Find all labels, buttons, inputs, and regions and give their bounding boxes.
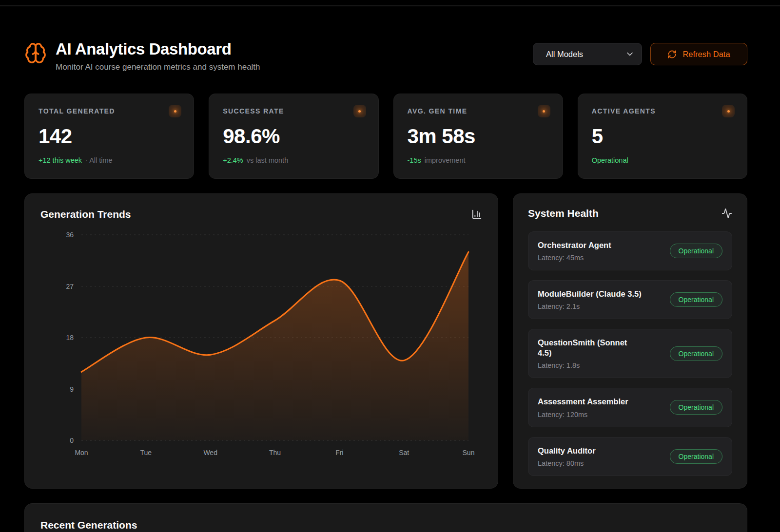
stat-note: vs last month <box>247 156 288 164</box>
stat-card-active-agents: ACTIVE AGENTS 5 Operational <box>578 94 747 179</box>
stat-value: 98.6% <box>223 125 364 148</box>
status-badge: Operational <box>670 292 722 307</box>
stat-delta: -15s <box>408 156 421 164</box>
stat-card-success-rate: SUCCESS RATE 98.6% +2.4%vs last month <box>209 94 378 179</box>
page-title: AI Analytics Dashboard <box>56 40 260 58</box>
stat-card-total-generated: TOTAL GENERATED 142 +12 this week· All t… <box>24 94 194 179</box>
orange-glow-dot-icon <box>538 105 550 117</box>
stat-note: improvement <box>425 156 466 164</box>
stat-card-avg-gen-time: AVG. GEN TIME 3m 58s -15simprovement <box>393 94 563 179</box>
svg-text:Thu: Thu <box>269 449 281 456</box>
generation-trends-chart: 09182736MonTueWedThuFriSatSun <box>40 226 482 467</box>
stat-label: AVG. GEN TIME <box>408 107 549 115</box>
svg-text:Tue: Tue <box>140 449 152 456</box>
svg-text:9: 9 <box>70 385 74 393</box>
svg-text:Mon: Mon <box>75 449 88 456</box>
svg-text:0: 0 <box>70 437 74 444</box>
agent-row-modulebuilder: ModuleBuilder (Claude 3.5) Latency: 2.1s… <box>528 280 732 319</box>
stat-delta: Operational <box>592 156 628 164</box>
agent-row-orchestrator: Orchestrator Agent Latency: 45ms Operati… <box>528 231 732 270</box>
agent-name: ModuleBuilder (Claude 3.5) <box>538 289 642 299</box>
page-header: AI Analytics Dashboard Monitor AI course… <box>24 40 747 72</box>
agent-latency: Latency: 1.8s <box>538 361 635 369</box>
svg-text:Fri: Fri <box>335 449 343 456</box>
brain-icon <box>24 42 47 64</box>
stat-label: ACTIVE AGENTS <box>592 107 733 115</box>
bar-chart-icon <box>471 209 482 220</box>
svg-text:36: 36 <box>66 231 74 239</box>
agent-latency: Latency: 45ms <box>538 254 611 262</box>
orange-glow-dot-icon <box>353 105 366 117</box>
generation-trends-title: Generation Trends <box>40 209 131 220</box>
stat-value: 5 <box>592 125 733 148</box>
recent-generations-card: Recent Generations <box>24 503 747 532</box>
status-badge: Operational <box>670 244 722 258</box>
stat-label: TOTAL GENERATED <box>39 107 180 115</box>
svg-text:Sat: Sat <box>399 449 409 456</box>
svg-text:Sun: Sun <box>463 449 475 456</box>
status-badge: Operational <box>670 449 722 464</box>
refresh-data-button[interactable]: Refresh Data <box>650 43 747 65</box>
stat-card-row: TOTAL GENERATED 142 +12 this week· All t… <box>24 94 747 179</box>
agent-latency: Latency: 120ms <box>538 411 628 418</box>
status-badge: Operational <box>670 400 722 415</box>
dashboard-root: AI Analytics Dashboard Monitor AI course… <box>24 0 747 532</box>
main-row: Generation Trends 09182736MonTueWedThuFr… <box>24 193 747 489</box>
refresh-icon <box>667 50 677 59</box>
agent-row-quality-auditor: Quality Auditor Latency: 80ms Operationa… <box>528 437 732 476</box>
svg-text:18: 18 <box>66 334 74 342</box>
activity-pulse-icon <box>722 208 732 219</box>
orange-glow-dot-icon <box>722 105 735 117</box>
svg-text:27: 27 <box>66 283 74 290</box>
agent-name: Quality Auditor <box>538 446 596 456</box>
system-health-card: System Health Orchestrator Agent Latency… <box>513 193 747 489</box>
agent-latency: Latency: 80ms <box>538 459 596 467</box>
generation-trends-card: Generation Trends 09182736MonTueWedThuFr… <box>24 193 498 489</box>
refresh-button-label: Refresh Data <box>682 50 730 59</box>
stat-delta: +12 this week <box>39 156 82 164</box>
status-badge: Operational <box>670 346 722 361</box>
header-controls: All Models Refresh Data <box>533 43 747 65</box>
stat-note: · All time <box>85 156 113 164</box>
agent-latency: Latency: 2.1s <box>538 303 642 310</box>
stat-value: 3m 58s <box>408 125 549 148</box>
page-subtitle: Monitor AI course generation metrics and… <box>56 62 260 72</box>
model-filter-value: All Models <box>546 50 583 59</box>
agent-list: Orchestrator Agent Latency: 45ms Operati… <box>528 231 732 476</box>
agent-row-assessment-assembler: Assessment Assembler Latency: 120ms Oper… <box>528 388 732 427</box>
agent-name: Assessment Assembler <box>538 397 628 407</box>
model-filter-select[interactable]: All Models <box>533 43 642 65</box>
chevron-down-icon <box>625 49 635 59</box>
orange-glow-dot-icon <box>169 105 181 117</box>
title-block: AI Analytics Dashboard Monitor AI course… <box>56 40 260 72</box>
agent-name: Orchestrator Agent <box>538 240 611 250</box>
stat-value: 142 <box>39 125 180 148</box>
system-health-title: System Health <box>528 208 599 219</box>
agent-name: QuestionSmith (Sonnet 4.5) <box>538 338 635 358</box>
brand: AI Analytics Dashboard Monitor AI course… <box>24 40 260 72</box>
agent-row-questionsmith: QuestionSmith (Sonnet 4.5) Latency: 1.8s… <box>528 329 732 378</box>
stat-delta: +2.4% <box>223 156 243 164</box>
svg-text:Wed: Wed <box>203 449 217 456</box>
recent-generations-title: Recent Generations <box>40 519 731 531</box>
stat-label: SUCCESS RATE <box>223 107 364 115</box>
